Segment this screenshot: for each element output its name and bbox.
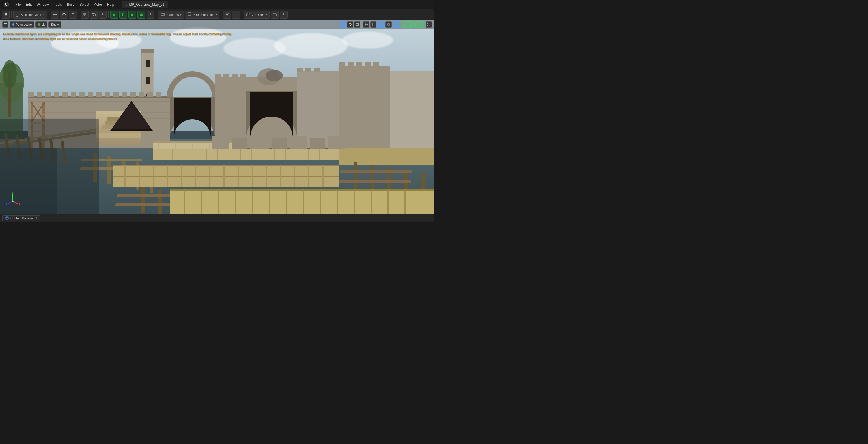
menu-tools[interactable]: Tools [52,2,64,7]
toolbar: ☰ ⬚ Selection Mode ▾ ⋮ ▶ ⋮ [0,9,434,20]
svg-rect-45 [79,93,85,97]
svg-rect-180 [353,190,355,214]
selection-mode-label: Selection Mode [21,13,42,17]
selection-mode-btn[interactable]: ⬚ Selection Mode ▾ [13,11,47,19]
rotate-btn[interactable] [347,22,353,28]
content-browser-icon [5,216,9,220]
sep6 [221,11,221,18]
play-settings-btn[interactable]: ⋮ [147,11,154,19]
menu-help[interactable]: Help [105,2,117,7]
svg-marker-9 [140,13,143,15]
svg-point-22 [342,32,393,49]
svg-rect-199 [417,24,420,26]
camera-value[interactable]: 8 [415,22,425,28]
svg-rect-170 [184,190,185,214]
svg-text:U: U [5,3,8,6]
pixel-streaming-icon [187,12,191,17]
sep3 [79,11,79,18]
svg-point-91 [266,70,283,81]
svg-rect-51 [130,93,136,97]
eject-btn[interactable] [137,11,145,19]
vp-more-btn[interactable]: ⋮ [280,11,288,19]
menu-file[interactable]: File [13,2,23,7]
svg-rect-208 [6,217,8,219]
tab-label: MP_Overview_Map_01 [129,3,164,6]
content-browser-label: Content Browser [10,217,34,220]
angle-label: 10 [379,23,383,26]
menu-select[interactable]: Select [77,2,91,7]
show-btn[interactable]: Show [49,22,61,28]
svg-rect-89 [373,62,379,66]
grid-snap-btn[interactable] [370,22,376,28]
svg-rect-78 [215,73,221,77]
warning-text: Multiple directional lights are competin… [3,32,232,41]
svg-rect-185 [232,138,247,149]
pause-btn[interactable] [119,11,127,19]
viewport: Multiple directional lights are competin… [0,20,434,214]
vp-roles-icon [246,12,250,17]
vp-roles-btn[interactable]: VP Roles ▾ [244,11,270,19]
svg-rect-50 [122,93,127,97]
snap-label: 10 [395,23,398,26]
svg-rect-140 [153,165,154,187]
svg-rect-189 [310,138,325,149]
world-space-btn[interactable] [363,22,369,28]
transform-btn3[interactable] [69,11,77,19]
camera-btn[interactable] [90,11,98,19]
toolbar-menu-btn[interactable]: ☰ [2,11,10,19]
axis-indicator: X Y Z [6,191,20,205]
transform-btn2[interactable] [60,11,68,19]
menu-window[interactable]: Window [34,2,51,7]
translate-btn[interactable] [340,22,346,28]
pixel-streaming-btn[interactable]: Pixel Streaming ▾ [185,11,219,19]
svg-rect-166 [340,170,412,173]
scale-btn[interactable] [354,22,360,28]
content-browser-close[interactable]: × [35,217,37,220]
transform-btn1[interactable] [51,11,59,19]
scene-svg [0,20,434,214]
svg-rect-167 [339,180,411,183]
lit-btn[interactable]: Lit [35,22,47,28]
svg-rect-79 [223,73,229,77]
stop-btn[interactable] [128,11,136,19]
menu-edit[interactable]: Edit [24,2,34,7]
svg-rect-169 [170,189,434,191]
svg-rect-168 [170,190,434,214]
vp-settings-btn[interactable] [271,11,279,19]
platforms-btn[interactable]: Platforms ▾ [158,11,184,19]
show-label: Show [51,23,59,26]
fullscreen-btn[interactable] [426,22,432,28]
active-tab[interactable]: ⬥ MP_Overview_Map_01 [122,1,168,8]
play-btn[interactable]: ▶ [110,11,118,19]
svg-rect-136 [113,165,339,166]
more-btn[interactable]: ⋮ [99,11,106,19]
svg-rect-153 [142,187,145,213]
svg-rect-8 [131,13,133,16]
svg-rect-42 [54,93,59,97]
content-browser-tab[interactable]: Content Browser × [2,216,40,221]
svg-rect-172 [218,190,219,214]
menu-build[interactable]: Build [65,2,77,7]
angle-value[interactable]: 10 [377,22,385,28]
svg-rect-84 [314,68,319,72]
menu-actor[interactable]: Actor [92,2,104,7]
speed-value[interactable]: 0.25 [401,22,414,28]
multiplayer-settings-btn[interactable]: ⋮ [232,11,240,19]
svg-point-200 [418,24,419,25]
multiplayer-btn[interactable] [223,11,231,19]
svg-point-21 [274,33,348,59]
svg-rect-182 [388,190,389,214]
pixel-streaming-label: Pixel Streaming [193,13,214,17]
svg-rect-179 [337,190,338,214]
viewport-menu-btn[interactable] [2,22,8,28]
svg-rect-82 [297,68,303,72]
svg-point-23 [223,38,286,59]
svg-rect-178 [319,190,321,214]
viewport-right-controls: 10 10 0.25 8 [340,22,432,28]
snap-icon-btn[interactable] [385,22,392,28]
snap-btn[interactable] [81,11,89,19]
svg-rect-44 [71,93,76,97]
snap-value[interactable]: 10 [393,22,400,28]
svg-rect-143 [195,165,196,187]
perspective-btn[interactable]: Perspective [10,22,34,28]
